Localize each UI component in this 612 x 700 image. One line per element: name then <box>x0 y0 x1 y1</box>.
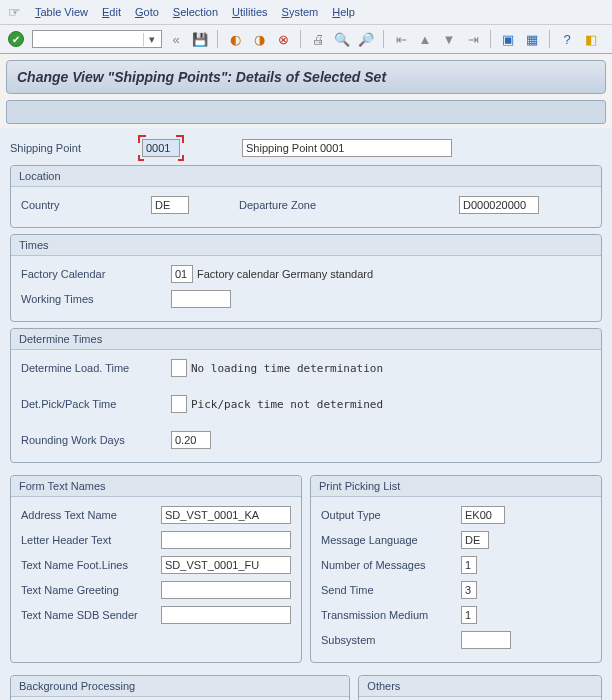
separator <box>549 30 550 48</box>
menu-utilities[interactable]: Utilities <box>232 6 267 18</box>
shipping-point-label: Shipping Point <box>10 142 140 154</box>
menu-selection[interactable]: Selection <box>173 6 218 18</box>
det-load-desc: No loading time determination <box>191 362 383 375</box>
location-title: Location <box>11 166 601 187</box>
form-text-panel: Form Text Names Address Text Name Letter… <box>10 475 302 663</box>
separator <box>300 30 301 48</box>
det-pick-label: Det.Pick/Pack Time <box>21 398 171 410</box>
footer-text-field[interactable] <box>161 556 291 574</box>
menu-edit[interactable]: Edit <box>102 6 121 18</box>
background-panel: Background Processing Displ.info <box>10 675 350 700</box>
det-pick-field[interactable] <box>171 395 187 413</box>
print-picking-panel: Print Picking List Output Type Message L… <box>310 475 602 663</box>
back-nav-icon[interactable]: ◐ <box>225 29 245 49</box>
factory-calendar-desc: Factory calendar Germany standard <box>197 268 373 280</box>
separator <box>383 30 384 48</box>
menu-help[interactable]: Help <box>332 6 355 18</box>
others-title: Others <box>359 676 601 697</box>
location-panel: Location Country Departure Zone <box>10 165 602 228</box>
menu-system[interactable]: System <box>282 6 319 18</box>
rounding-label: Rounding Work Days <box>21 434 171 446</box>
chevron-down-icon[interactable]: ▾ <box>143 33 159 46</box>
rounding-field[interactable] <box>171 431 211 449</box>
separator <box>217 30 218 48</box>
num-msg-field[interactable] <box>461 556 477 574</box>
letter-header-field[interactable] <box>161 531 291 549</box>
trans-medium-field[interactable] <box>461 606 477 624</box>
print-icon[interactable]: 🖨 <box>308 29 328 49</box>
menu-table-view[interactable]: Table View <box>35 6 88 18</box>
toolbar: ✔ ▾ « 💾 ◐ ◑ ⊗ 🖨 🔍 🔎 ⇤ ▲ ▼ ⇥ ▣ ▦ ? ◧ <box>0 25 612 54</box>
addr-text-field[interactable] <box>161 506 291 524</box>
footer-text-label: Text Name Foot.Lines <box>21 559 161 571</box>
find-icon[interactable]: 🔍 <box>332 29 352 49</box>
session-icon[interactable]: ☞ <box>8 4 21 20</box>
command-input[interactable] <box>33 33 143 45</box>
addr-text-label: Address Text Name <box>21 509 161 521</box>
first-page-icon[interactable]: ⇤ <box>391 29 411 49</box>
command-field[interactable]: ▾ <box>32 30 162 48</box>
menubar: ☞ Table View Edit Goto Selection Utiliti… <box>0 0 612 25</box>
departure-zone-field[interactable] <box>459 196 539 214</box>
sdb-sender-field[interactable] <box>161 606 291 624</box>
enter-icon[interactable]: ✔ <box>8 31 24 47</box>
greeting-label: Text Name Greeting <box>21 584 161 596</box>
msg-lang-label: Message Language <box>321 534 461 546</box>
determine-times-title: Determine Times <box>11 329 601 350</box>
print-picking-title: Print Picking List <box>311 476 601 497</box>
exit-icon[interactable]: ◑ <box>249 29 269 49</box>
layout-icon[interactable]: ◧ <box>581 29 601 49</box>
back-icon[interactable]: « <box>166 29 186 49</box>
subsystem-field[interactable] <box>461 631 511 649</box>
det-pick-desc: Pick/pack time not determined <box>191 398 383 411</box>
letter-header-label: Letter Header Text <box>21 534 161 546</box>
determine-times-panel: Determine Times Determine Load. Time No … <box>10 328 602 463</box>
menu-goto[interactable]: Goto <box>135 6 159 18</box>
working-times-field[interactable] <box>171 290 231 308</box>
times-title: Times <box>11 235 601 256</box>
sdb-sender-label: Text Name SDB Sender <box>21 609 161 621</box>
shipping-point-desc[interactable] <box>242 139 452 157</box>
times-panel: Times Factory Calendar Factory calendar … <box>10 234 602 322</box>
next-page-icon[interactable]: ▼ <box>439 29 459 49</box>
app-toolbar <box>6 100 606 124</box>
trans-medium-label: Transmission Medium <box>321 609 461 621</box>
shortcut-icon[interactable]: ▦ <box>522 29 542 49</box>
find-next-icon[interactable]: 🔎 <box>356 29 376 49</box>
shipping-point-code[interactable] <box>142 139 180 157</box>
cancel-icon[interactable]: ⊗ <box>273 29 293 49</box>
country-label: Country <box>21 199 151 211</box>
page-title: Change View "Shipping Points": Details o… <box>6 60 606 94</box>
save-icon[interactable]: 💾 <box>190 29 210 49</box>
factory-calendar-label: Factory Calendar <box>21 268 171 280</box>
greeting-field[interactable] <box>161 581 291 599</box>
msg-lang-field[interactable] <box>461 531 489 549</box>
output-type-field[interactable] <box>461 506 505 524</box>
num-msg-label: Number of Messages <box>321 559 461 571</box>
det-load-field[interactable] <box>171 359 187 377</box>
subsystem-label: Subsystem <box>321 634 461 646</box>
working-times-label: Working Times <box>21 293 171 305</box>
factory-calendar-field[interactable] <box>171 265 193 283</box>
send-time-field[interactable] <box>461 581 477 599</box>
shipping-point-highlight <box>140 137 182 159</box>
prev-page-icon[interactable]: ▲ <box>415 29 435 49</box>
send-time-label: Send Time <box>321 584 461 596</box>
country-field[interactable] <box>151 196 189 214</box>
help-icon[interactable]: ? <box>557 29 577 49</box>
form-text-title: Form Text Names <box>11 476 301 497</box>
content-area: Shipping Point Location Country Departur… <box>0 128 612 700</box>
new-session-icon[interactable]: ▣ <box>498 29 518 49</box>
others-panel: Others Pick confirmation <box>358 675 602 700</box>
departure-zone-label: Departure Zone <box>239 199 359 211</box>
background-title: Background Processing <box>11 676 349 697</box>
det-load-label: Determine Load. Time <box>21 362 171 374</box>
last-page-icon[interactable]: ⇥ <box>463 29 483 49</box>
output-type-label: Output Type <box>321 509 461 521</box>
separator <box>490 30 491 48</box>
